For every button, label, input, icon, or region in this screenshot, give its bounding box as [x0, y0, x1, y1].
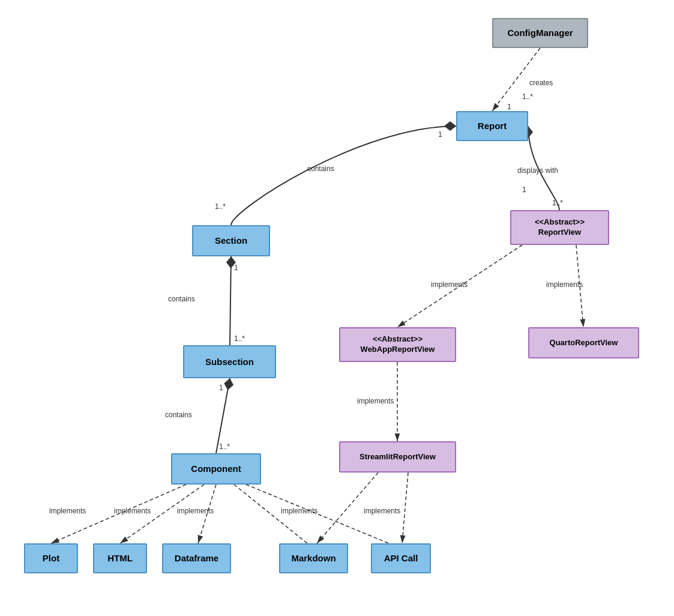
svg-line-35 — [234, 485, 307, 543]
svg-line-12 — [216, 378, 230, 453]
svg-line-19 — [397, 245, 522, 327]
svg-text:displays with: displays with — [517, 166, 558, 175]
svg-text:1..*: 1..* — [219, 442, 230, 451]
svg-line-1 — [492, 48, 540, 111]
svg-text:1..*: 1..* — [522, 92, 533, 101]
streamlitreportview-box: StreamlitReportView — [339, 441, 456, 473]
dataframe-label: Dataframe — [175, 552, 218, 564]
svg-line-33 — [402, 473, 408, 543]
svg-text:implements: implements — [281, 507, 317, 515]
svg-text:contains: contains — [168, 295, 195, 303]
section-box: Section — [192, 225, 270, 256]
markdown-box: Markdown — [279, 543, 348, 573]
report-label: Report — [478, 120, 507, 132]
apicall-label: API Call — [384, 552, 418, 564]
component-box: Component — [171, 453, 261, 485]
svg-text:1: 1 — [219, 384, 223, 392]
streamlitreportview-label: StreamlitReportView — [360, 452, 436, 462]
apicall-box: API Call — [371, 543, 431, 573]
svg-text:implements: implements — [177, 507, 214, 515]
svg-text:implements: implements — [431, 280, 468, 289]
svg-line-31 — [317, 473, 378, 543]
svg-text:1: 1 — [507, 103, 511, 111]
quartoreportview-box: QuartoReportView — [528, 327, 639, 358]
component-label: Component — [191, 463, 241, 475]
markdown-label: Markdown — [291, 552, 335, 564]
svg-line-25 — [51, 485, 186, 543]
svg-text:contains: contains — [307, 165, 334, 173]
svg-text:implements: implements — [364, 507, 400, 515]
plot-box: Plot — [24, 543, 78, 573]
svg-text:implements: implements — [114, 507, 151, 515]
html-box: HTML — [93, 543, 147, 573]
configmanager-box: ConfigManager — [492, 18, 588, 48]
subsection-label: Subsection — [205, 356, 254, 368]
svg-text:contains: contains — [165, 411, 192, 419]
svg-line-27 — [120, 485, 204, 543]
configmanager-label: ConfigManager — [507, 27, 573, 39]
section-label: Section — [215, 235, 247, 247]
svg-text:1: 1 — [438, 130, 442, 139]
svg-text:1..*: 1..* — [234, 334, 245, 343]
plot-label: Plot — [43, 552, 59, 564]
webappreportview-label: <<Abstract>>WebAppReportView — [361, 334, 435, 355]
report-box: Report — [456, 111, 528, 141]
svg-text:1: 1 — [522, 186, 526, 194]
svg-text:implements: implements — [546, 280, 583, 289]
webappreportview-box: <<Abstract>>WebAppReportView — [339, 327, 456, 362]
svg-line-36 — [246, 485, 389, 543]
dataframe-box: Dataframe — [162, 543, 231, 573]
reportview-box: <<Abstract>>ReportView — [510, 210, 609, 245]
svg-text:creates: creates — [529, 79, 553, 87]
html-label: HTML — [107, 552, 133, 564]
svg-line-8 — [230, 256, 231, 345]
svg-text:1: 1 — [234, 264, 238, 272]
svg-text:1..*: 1..* — [215, 202, 226, 211]
diagram-container: 1 1..* creates contains 1 1..* contains … — [0, 0, 674, 616]
svg-text:implements: implements — [357, 397, 394, 405]
reportview-label: <<Abstract>>ReportView — [535, 217, 585, 238]
quartoreportview-label: QuartoReportView — [550, 338, 618, 348]
svg-line-29 — [198, 485, 216, 543]
subsection-box: Subsection — [183, 345, 276, 378]
svg-line-21 — [576, 245, 583, 327]
svg-text:1..*: 1..* — [552, 199, 563, 207]
svg-text:implements: implements — [49, 507, 86, 515]
connections-svg: 1 1..* creates contains 1 1..* contains … — [0, 0, 674, 616]
